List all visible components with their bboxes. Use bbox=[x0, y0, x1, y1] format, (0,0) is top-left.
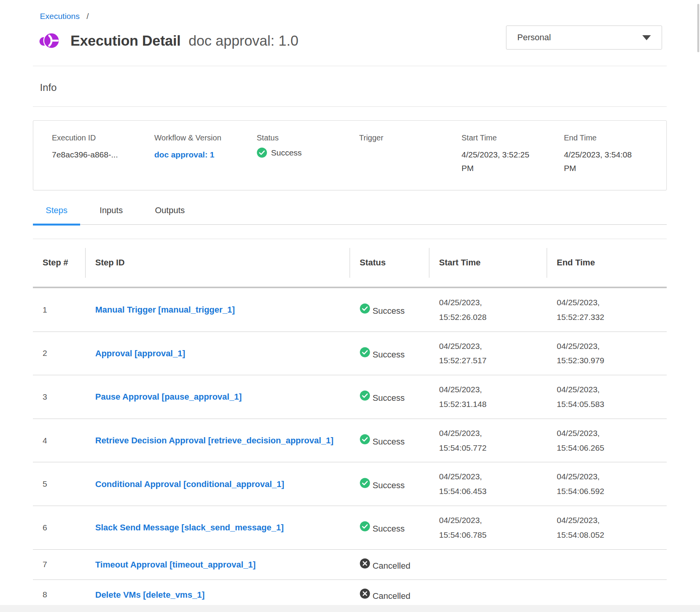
success-check-icon bbox=[360, 347, 370, 357]
success-check-icon bbox=[360, 434, 370, 444]
info-heading: Info bbox=[40, 82, 667, 94]
step-id-link[interactable]: Timeout Approval [timeout_approval_1] bbox=[95, 558, 256, 571]
column-header-step-id: Step ID bbox=[86, 239, 350, 287]
column-header-step-: Step # bbox=[33, 239, 86, 287]
end-time-cell: 04/25/2023, 15:52:27.332 bbox=[547, 295, 605, 325]
workflow-logo-icon bbox=[39, 30, 60, 52]
tab-inputs[interactable]: Inputs bbox=[87, 205, 136, 224]
start-time-cell: 04/25/2023, 15:52:31.148 bbox=[429, 382, 487, 412]
status-cell: Success bbox=[350, 478, 429, 491]
start-time-cell: 04/25/2023, 15:52:27.517 bbox=[429, 339, 487, 368]
step-id-link[interactable]: Delete VMs [delete_vms_1] bbox=[95, 588, 204, 601]
column-header-status: Status bbox=[350, 239, 429, 287]
success-check-icon bbox=[360, 390, 370, 401]
status-cell: Cancelled bbox=[350, 558, 429, 571]
tab-bar: StepsInputsOutputs bbox=[33, 205, 667, 225]
cancelled-x-icon bbox=[360, 588, 370, 599]
status-label: Cancelled bbox=[372, 591, 410, 601]
info-divider bbox=[33, 106, 667, 107]
start-time-cell: 04/25/2023, 15:52:26.028 bbox=[429, 295, 487, 325]
table-row: 4 Retrieve Decision Approval [retrieve_d… bbox=[33, 419, 667, 463]
info-field-trigger: Trigger bbox=[359, 133, 462, 190]
workspace-dropdown-value: Personal bbox=[517, 32, 551, 43]
step-id-link[interactable]: Approval [approval_1] bbox=[95, 347, 185, 360]
start-time-cell: 04/25/2023, 15:54:06.785 bbox=[429, 513, 487, 542]
status-label: Success bbox=[372, 393, 405, 403]
start-time-cell: 04/25/2023, 15:54:06.453 bbox=[429, 469, 487, 499]
start-time-cell: 04/25/2023, 15:54:05.772 bbox=[429, 426, 487, 455]
info-field-label: End Time bbox=[564, 133, 667, 142]
info-field-label: Status bbox=[257, 133, 359, 142]
step-id-link[interactable]: Manual Trigger [manual_trigger_1] bbox=[95, 303, 235, 316]
title-divider bbox=[33, 66, 667, 66]
info-field-label: Workflow & Version bbox=[154, 133, 257, 142]
info-field-execution-id: Execution ID 7e8ac396-a868-... bbox=[52, 133, 154, 190]
tab-steps[interactable]: Steps bbox=[33, 205, 80, 224]
tab-outputs[interactable]: Outputs bbox=[142, 205, 197, 224]
step-number-cell: 6 bbox=[33, 523, 86, 532]
success-check-icon bbox=[360, 521, 370, 532]
step-number-cell: 2 bbox=[33, 349, 86, 358]
info-field-label: Execution ID bbox=[52, 133, 154, 142]
status-cell: Success bbox=[350, 390, 429, 403]
table-row: 7 Timeout Approval [timeout_approval_1] … bbox=[33, 550, 667, 580]
status-label: Success bbox=[372, 524, 405, 533]
status-label: Cancelled bbox=[372, 561, 410, 571]
status-cell: Cancelled bbox=[350, 588, 429, 601]
step-number-cell: 4 bbox=[33, 436, 86, 445]
end-time-cell: 04/25/2023, 15:54:05.583 bbox=[547, 382, 605, 412]
end-time-cell: 04/25/2023, 15:54:06.265 bbox=[547, 426, 605, 455]
workflow-version-link[interactable]: doc approval: 1 bbox=[154, 148, 224, 162]
scrollbar-thumb[interactable] bbox=[697, 4, 699, 52]
column-header-end-time: End Time bbox=[547, 239, 667, 287]
step-number-cell: 7 bbox=[33, 560, 86, 569]
step-number-cell: 3 bbox=[33, 392, 86, 402]
info-card: Execution ID 7e8ac396-a868-... Workflow … bbox=[33, 120, 667, 190]
success-check-icon bbox=[257, 147, 267, 158]
end-time-cell: 04/25/2023, 15:54:08.052 bbox=[547, 513, 605, 542]
page-title-subtitle: doc approval: 1.0 bbox=[189, 33, 299, 49]
status-label: Success bbox=[271, 148, 302, 157]
step-id-link[interactable]: Conditional Approval [conditional_approv… bbox=[95, 478, 284, 491]
info-field-label: Trigger bbox=[359, 133, 462, 142]
table-row: 5 Conditional Approval [conditional_appr… bbox=[33, 462, 667, 506]
table-row: 1 Manual Trigger [manual_trigger_1] Succ… bbox=[33, 288, 667, 332]
breadcrumb-executions-link[interactable]: Executions bbox=[40, 12, 80, 21]
status-label: Success bbox=[372, 437, 405, 446]
status-cell: Success bbox=[350, 521, 429, 534]
success-check-icon bbox=[360, 478, 370, 488]
table-row: 3 Pause Approval [pause_approval_1] Succ… bbox=[33, 375, 667, 419]
column-header-start-time: Start Time bbox=[429, 239, 547, 287]
table-row: 2 Approval [approval_1] Success 04/25/20… bbox=[33, 332, 667, 376]
title-row: Execution Detail doc approval: 1.0 Perso… bbox=[39, 29, 667, 53]
breadcrumb-separator: / bbox=[87, 12, 89, 21]
chevron-down-icon bbox=[642, 35, 651, 40]
status-label: Success bbox=[372, 480, 405, 490]
table-body: 1 Manual Trigger [manual_trigger_1] Succ… bbox=[33, 288, 667, 610]
info-field-start-time: Start Time 4/25/2023, 3:52:25 PM bbox=[462, 133, 564, 190]
cancelled-x-icon bbox=[360, 558, 370, 569]
status-cell: Success bbox=[350, 434, 429, 447]
execution-detail-page: Executions / Execution Detail doc approv… bbox=[33, 0, 667, 610]
bottom-scroll-band bbox=[0, 605, 700, 612]
step-id-link[interactable]: Pause Approval [pause_approval_1] bbox=[95, 390, 242, 403]
step-id-link[interactable]: Retrieve Decision Approval [retrieve_dec… bbox=[95, 434, 333, 447]
info-field-status: Status Success bbox=[257, 133, 359, 190]
info-field-workflow-version: Workflow & Version doc approval: 1 bbox=[154, 133, 257, 190]
steps-table: Step #Step IDStatusStart TimeEnd Time 1 … bbox=[33, 239, 667, 610]
step-number-cell: 8 bbox=[33, 590, 86, 599]
step-number-cell: 5 bbox=[33, 479, 86, 489]
page-title-main: Execution Detail bbox=[70, 33, 181, 49]
end-time-cell: 04/25/2023, 15:52:30.979 bbox=[547, 339, 605, 368]
page-title: Execution Detail doc approval: 1.0 bbox=[70, 33, 299, 49]
workspace-dropdown[interactable]: Personal bbox=[506, 26, 662, 50]
table-header-row: Step #Step IDStatusStart TimeEnd Time bbox=[33, 239, 667, 288]
info-field-value: 4/25/2023, 3:54:08 PM bbox=[564, 148, 634, 175]
status-label: Success bbox=[372, 350, 405, 359]
info-field-end-time: End Time 4/25/2023, 3:54:08 PM bbox=[564, 133, 667, 190]
info-field-value: 4/25/2023, 3:52:25 PM bbox=[462, 148, 531, 175]
step-number-cell: 1 bbox=[33, 305, 86, 315]
info-field-value: 7e8ac396-a868-... bbox=[52, 148, 122, 162]
step-id-link[interactable]: Slack Send Message [slack_send_message_1… bbox=[95, 521, 284, 534]
success-check-icon bbox=[360, 303, 370, 314]
